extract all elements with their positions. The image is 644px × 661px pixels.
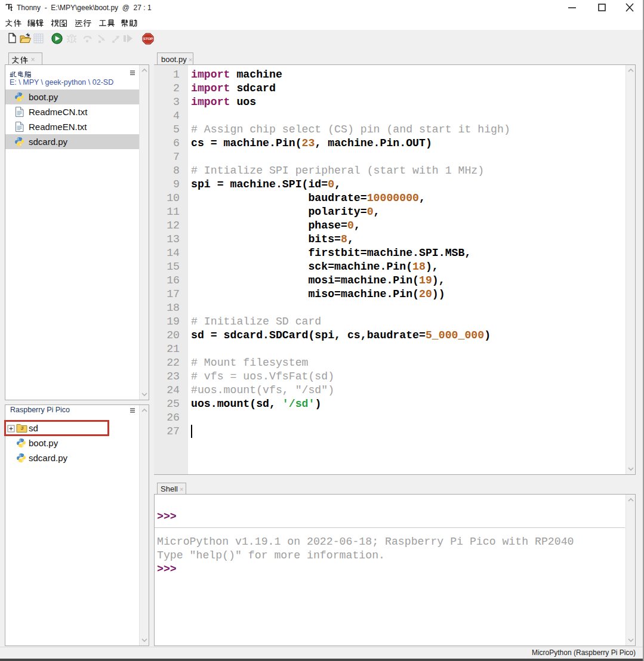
svg-text:STOP: STOP <box>143 37 153 41</box>
